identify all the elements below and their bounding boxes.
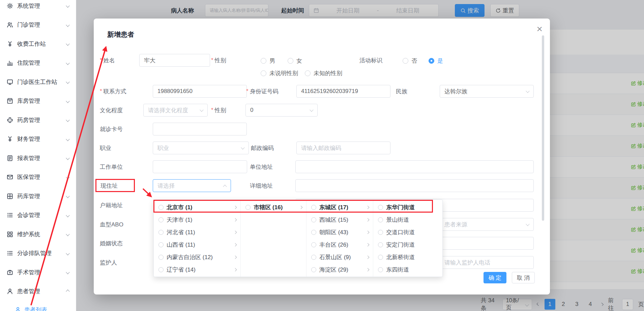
cascader-option[interactable]: 西城区 (15) [306,214,373,226]
radio-icon[interactable] [158,242,164,247]
monitor-icon [7,79,13,85]
field-label-detail-addr: 详细地址 [250,182,273,189]
sidebar-item-label: 药房管理 [17,116,66,124]
field-label-work-addr: 单位地址 [250,163,273,170]
chevron-down-icon [66,99,69,103]
radio-icon[interactable] [311,230,316,235]
sidebar-item-9[interactable]: 医保管理 [0,168,76,187]
radio-icon[interactable] [378,205,383,210]
postal-input[interactable]: 请输入邮政编码 [296,142,390,154]
chevron-right-icon [299,206,302,209]
visit-card-input[interactable] [153,123,247,135]
idcard-input[interactable]: 411625192602039719 [296,85,390,98]
chevron-right-icon [234,206,237,209]
cascader-option[interactable]: 市辖区 (16) [241,201,306,214]
sidebar-item-1[interactable]: 门诊管理 [0,15,76,35]
radio-icon[interactable] [311,217,316,222]
sidebar-item-11[interactable]: 会诊管理 [0,206,76,225]
sidebar-item-7[interactable]: 财务管理 [0,130,76,149]
radio-icon[interactable] [378,242,383,247]
modal-scrollbar[interactable] [542,35,544,221]
person-icon [7,288,13,294]
detail-addr-input[interactable] [295,179,534,192]
field-label-current-address: 现住址 [100,182,118,189]
cascader-option[interactable]: 北新桥街道 [373,251,442,263]
radio-active-no[interactable]: 否 [403,57,417,65]
sidebar-subitem-patient-list[interactable]: 患者列表 [0,301,76,311]
cascader-option[interactable]: 辽宁省 (14) [154,263,240,276]
cascader-option[interactable]: 交道口街道 [373,226,442,239]
sidebar-item-14[interactable]: 手术管理 [0,263,76,282]
radio-male[interactable]: 男 [261,57,275,65]
work-addr-input[interactable] [295,160,534,173]
close-icon[interactable]: × [536,23,543,35]
guardian-phone-input[interactable]: 请输入监护人电话 [440,256,534,269]
sidebar-item-15[interactable]: 患者管理 [0,282,76,301]
sidebar-item-2[interactable]: 收费工作站 [0,34,76,54]
cascader-option[interactable]: 河北省 (11) [154,226,240,239]
cascader-option[interactable]: 东四街道 [373,263,442,276]
sidebar-item-label: 住院管理 [17,59,66,67]
radio-icon[interactable] [158,267,164,272]
sidebar-item-8[interactable]: 报表管理 [0,149,76,168]
cascader-option[interactable]: 安定门街道 [373,239,442,251]
occupation-select[interactable]: 职业 [153,142,249,154]
chevron-down-icon [310,108,313,112]
radio-icon[interactable] [378,267,383,272]
radio-icon[interactable] [311,242,316,247]
radio-icon[interactable] [378,217,383,222]
cascader-option[interactable]: 内蒙古自治区 (12) [154,251,240,263]
cascader-option[interactable]: 丰台区 (26) [306,239,373,251]
cascader-option[interactable]: 山西省 (11) [154,239,240,251]
cascader-option[interactable]: 东城区 (17) [306,201,373,214]
gender2-select[interactable]: 0 [245,104,318,117]
ethnic-select[interactable]: 达斡尔族 [440,85,534,98]
cascader-option[interactable]: 天津市 (1) [154,214,240,226]
radio-gender-unstated[interactable]: 未说明性别 [261,69,298,77]
patient-source-select[interactable]: 患者来源 [440,218,534,231]
cancel-button[interactable]: 取 消 [512,272,535,283]
radio-gender-unknown[interactable]: 未知的性别 [305,69,342,77]
sidebar-item-10[interactable]: 药库管理 [0,187,76,206]
field-label-education: 文化程度 [100,106,123,114]
cascader-option[interactable]: 景山街道 [373,214,442,226]
contact-input[interactable]: 19880991650 [153,85,247,98]
chevron-right-icon [366,206,370,209]
sidebar-item-13[interactable]: 分诊排队管理 [0,244,76,263]
radio-icon[interactable] [158,230,164,235]
field-label-marital: 婚姻状态 [100,240,123,247]
radio-icon[interactable] [311,267,316,272]
sidebar-item-label: 财务管理 [17,135,66,143]
sidebar-item-0[interactable]: 系统管理 [0,0,76,15]
radio-icon[interactable] [311,255,316,260]
chevron-down-icon [200,108,203,112]
current-address-select[interactable]: 请选择 [153,179,231,192]
radio-icon[interactable] [378,230,383,235]
chevron-down-icon [526,222,529,226]
sidebar-item-label: 药库管理 [17,192,66,200]
sidebar-item-4[interactable]: 门诊医生工作站 [0,72,76,92]
radio-icon[interactable] [378,255,383,260]
sidebar-item-6[interactable]: 药房管理 [0,111,76,130]
confirm-button[interactable]: 确 定 [484,272,506,283]
sidebar: 系统管理门诊管理收费工作站住院管理门诊医生工作站库房管理药房管理财务管理报表管理… [0,0,76,311]
radio-icon[interactable] [158,255,164,260]
sidebar-item-5[interactable]: 库房管理 [0,92,76,111]
case-icon [7,269,13,276]
radio-icon[interactable] [245,205,251,210]
cascader-option[interactable]: 北京市 (1) [154,201,240,214]
radio-female[interactable]: 女 [288,57,302,65]
name-input[interactable]: 牢大 [139,54,210,67]
radio-icon[interactable] [311,205,316,210]
cascader-option[interactable]: 东华门街道 [373,201,442,214]
sidebar-item-12[interactable]: 维护系统 [0,225,76,244]
cascader-option[interactable]: 石景山区 (9) [306,251,373,263]
cascader-option[interactable]: 海淀区 (29) [306,263,373,276]
cascader-option[interactable]: 朝阳区 (43) [306,226,373,239]
radio-icon[interactable] [158,205,164,210]
radio-active-yes[interactable]: 是 [429,57,443,65]
education-select[interactable]: 请选择文化程度 [143,104,208,117]
sidebar-item-3[interactable]: 住院管理 [0,54,76,73]
work-unit-input[interactable] [153,160,247,173]
radio-icon[interactable] [158,217,164,222]
